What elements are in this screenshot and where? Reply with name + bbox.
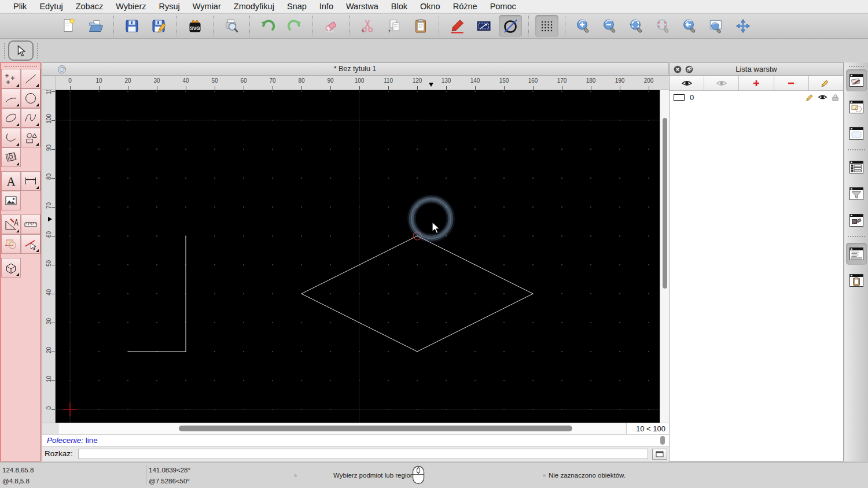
menu-item-pomoc[interactable]: Pomoc — [484, 0, 523, 13]
add-layer-icon — [751, 79, 762, 88]
scrollbar-corner-button[interactable] — [42, 423, 58, 434]
menu-item-rozne[interactable]: Różne — [447, 0, 484, 13]
tool-polygons-button[interactable] — [21, 128, 41, 147]
document-window: * Bez tytułu 1 0102030405060708090100110… — [42, 62, 668, 461]
zoom-auto-button[interactable] — [625, 15, 648, 37]
vertical-scrollbar[interactable] — [660, 90, 669, 423]
show-all-button[interactable] — [670, 76, 704, 90]
erase-button[interactable] — [319, 15, 343, 37]
zoom-pan-button[interactable] — [731, 15, 755, 37]
dock-entity-info-button[interactable] — [846, 96, 867, 118]
hide-all-button[interactable] — [704, 76, 739, 90]
toolbar-drag-handle[interactable] — [4, 43, 5, 58]
menu-item-wymiar[interactable]: Wymiar — [186, 0, 227, 13]
zoom-window-button[interactable] — [705, 15, 728, 37]
command-input[interactable] — [78, 449, 648, 459]
tool-dimensions-button[interactable] — [21, 171, 41, 191]
snap-glow-ring — [415, 202, 447, 235]
layer-edit-pencil-icon[interactable] — [805, 93, 814, 102]
layer-row[interactable]: 0 — [670, 91, 843, 103]
selection-window-button[interactable] — [472, 15, 495, 37]
dock-clipboard-button[interactable] — [846, 269, 867, 291]
grid-toggle-button[interactable] — [535, 15, 558, 37]
toolbar-separator — [439, 16, 439, 36]
dock-filter-button[interactable] — [846, 183, 867, 205]
vertical-scrollbar-thumb[interactable] — [663, 118, 667, 289]
tool-solids-button[interactable] — [1, 258, 21, 278]
menu-item-wybierz[interactable]: Wybierz — [109, 0, 152, 13]
tool-arcs-button[interactable] — [1, 88, 21, 108]
tool-hatches-button[interactable] — [1, 147, 21, 167]
toolbar-drag-handle[interactable] — [37, 43, 38, 58]
dock-pen-palette-button[interactable] — [846, 69, 867, 91]
pen-attributes-button[interactable] — [446, 15, 469, 37]
tool-points-button[interactable] — [1, 69, 21, 88]
cut-button[interactable] — [356, 15, 379, 37]
save-as-button[interactable] — [147, 15, 170, 37]
dock-blank-panel-button[interactable] — [846, 123, 867, 145]
drafting-icon — [3, 217, 19, 232]
menu-item-okno[interactable]: Okno — [414, 0, 447, 13]
select-tool-button[interactable] — [8, 40, 34, 61]
tool-order-button[interactable] — [1, 234, 21, 254]
dock-command-widget-button[interactable] — [846, 243, 867, 265]
export-svg-button[interactable]: SVG — [183, 15, 207, 37]
tool-circles-button[interactable] — [21, 88, 41, 108]
remove-layer-button[interactable] — [774, 76, 809, 90]
svg-text:A: A — [6, 175, 16, 188]
dock-pen-tool-button[interactable] — [846, 209, 867, 231]
hruler-label: 160 — [528, 77, 538, 84]
undo-button[interactable] — [256, 15, 279, 37]
zoom-selected-button[interactable] — [652, 15, 675, 37]
menu-item-zmodyfikuj[interactable]: Zmodyfikuj — [227, 0, 281, 13]
construction-circle-button[interactable] — [499, 15, 522, 37]
dock-block-list-button[interactable] — [846, 156, 867, 178]
toolbar-separator — [176, 16, 177, 36]
horizontal-scrollbar[interactable] — [58, 423, 626, 434]
tool-drafting-button[interactable] — [1, 215, 21, 234]
menu-item-zobacz[interactable]: Zobacz — [69, 0, 110, 13]
open-file-button[interactable] — [84, 15, 107, 37]
layers-panel-titlebar[interactable]: Lista warstw — [670, 63, 843, 76]
tool-text-button[interactable]: A — [1, 171, 21, 191]
tool-lines-button[interactable] — [21, 69, 41, 88]
tool-images-button[interactable] — [1, 191, 21, 210]
zoom-previous-button[interactable] — [678, 15, 701, 37]
add-layer-button[interactable] — [739, 76, 774, 90]
menu-item-warstwa[interactable]: Warstwa — [340, 0, 385, 13]
redo-button[interactable] — [283, 15, 306, 37]
menu-item-rysuj[interactable]: Rysuj — [153, 0, 186, 13]
palette-drag-handle[interactable] — [5, 66, 37, 67]
save-button[interactable] — [120, 15, 144, 37]
dock-drag-handle[interactable] — [849, 66, 864, 67]
menu-item-plik[interactable]: Plik — [7, 0, 33, 13]
tool-splines-button[interactable] — [21, 108, 41, 128]
document-titlebar[interactable]: * Bez tytułu 1 — [42, 63, 668, 76]
toolbar-separator — [528, 16, 529, 36]
zoom-out-button[interactable] — [598, 15, 621, 37]
horizontal-scrollbar-thumb[interactable] — [179, 426, 572, 431]
copy-button[interactable] — [382, 15, 406, 37]
command-expand-button[interactable] — [652, 449, 667, 460]
print-preview-button[interactable] — [220, 15, 243, 37]
hruler-label: 190 — [615, 77, 625, 84]
menu-item-info[interactable]: Info — [313, 0, 340, 13]
tool-polylines-button[interactable] — [1, 128, 21, 147]
zoom-in-button[interactable] — [572, 15, 595, 37]
new-document-button[interactable] — [57, 15, 80, 37]
layer-lock-icon[interactable] — [832, 93, 839, 102]
menu-item-blok[interactable]: Blok — [385, 0, 414, 13]
tool-ellipses-button[interactable] — [1, 108, 21, 128]
clipboard-icon — [848, 272, 865, 289]
paste-button[interactable] — [409, 15, 432, 37]
drawing-canvas[interactable] — [56, 90, 660, 423]
command-input-label: Rozkaz: — [45, 449, 73, 458]
tool-modify-attributes-button[interactable] — [21, 234, 41, 254]
edit-layer-button[interactable] — [809, 76, 843, 90]
tool-measure-button[interactable] — [21, 215, 41, 234]
hruler-tick — [388, 86, 389, 90]
menu-item-edytuj[interactable]: Edytuj — [33, 0, 69, 13]
menu-item-snap[interactable]: Snap — [281, 0, 313, 13]
layer-visibility-eye-icon[interactable] — [818, 93, 827, 101]
command-history-scrollbar[interactable] — [660, 436, 665, 445]
